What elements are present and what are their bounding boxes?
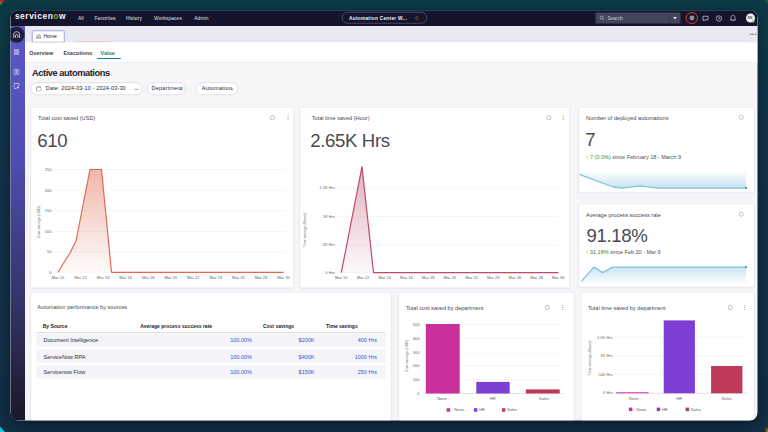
- svg-text:1K Hrs: 1K Hrs: [600, 353, 612, 358]
- svg-text:0 Hrs: 0 Hrs: [603, 390, 613, 395]
- svg-text:Mar 26: Mar 26: [509, 275, 522, 280]
- svg-text:1.5K Hrs: 1.5K Hrs: [597, 335, 613, 340]
- svg-text:0: 0: [49, 270, 52, 275]
- svg-text:HR: HR: [676, 396, 682, 401]
- svg-text:Mar 18: Mar 18: [422, 275, 435, 280]
- svg-text:Time savings (Hours): Time savings (Hours): [588, 341, 592, 376]
- svg-text:Mar 28: Mar 28: [255, 275, 268, 280]
- svg-text:Mar 18: Mar 18: [142, 275, 155, 280]
- svg-text:1.5K Hrs: 1.5K Hrs: [319, 185, 335, 190]
- svg-text:Mar 20: Mar 20: [164, 275, 177, 280]
- svg-text:50: 50: [47, 249, 52, 254]
- svg-text:Mar 14: Mar 14: [378, 275, 391, 280]
- svg-text:100: 100: [45, 229, 53, 234]
- svg-text:HR: HR: [490, 396, 496, 401]
- svg-text:Sales: Sales: [691, 407, 701, 412]
- svg-text:Sales: Sales: [539, 396, 549, 401]
- svg-text:- None -: - None -: [626, 396, 641, 401]
- svg-text:Mar 20: Mar 20: [443, 275, 456, 280]
- svg-text:HR: HR: [662, 407, 668, 412]
- svg-text:- None -: - None -: [435, 396, 450, 401]
- svg-text:300: 300: [413, 350, 421, 355]
- svg-text:Sales: Sales: [507, 407, 517, 412]
- svg-text:250: 250: [45, 167, 53, 172]
- svg-text:HR: HR: [479, 407, 485, 412]
- svg-text:.5K Hrs: .5K Hrs: [322, 242, 336, 247]
- svg-text:Mar 16: Mar 16: [119, 275, 132, 280]
- svg-text:Mar 28: Mar 28: [530, 275, 543, 280]
- svg-text:Mar 16: Mar 16: [400, 275, 413, 280]
- svg-text:Mar 26: Mar 26: [232, 275, 245, 280]
- svg-text:1K Hrs: 1K Hrs: [323, 214, 335, 219]
- svg-text:Cost savings (USD): Cost savings (USD): [405, 340, 409, 372]
- svg-text:Mar 24: Mar 24: [487, 275, 500, 280]
- svg-text:100: 100: [413, 377, 421, 382]
- svg-text:150: 150: [45, 208, 53, 213]
- svg-text:Mar 30: Mar 30: [552, 275, 565, 280]
- svg-text:Mar 10: Mar 10: [52, 275, 65, 280]
- svg-text:Mar 22: Mar 22: [187, 275, 200, 280]
- svg-text:Cost savings (USD): Cost savings (USD): [37, 206, 41, 238]
- svg-text:Mar 12: Mar 12: [357, 275, 370, 280]
- svg-text:500 Hrs: 500 Hrs: [599, 372, 613, 377]
- svg-text:200: 200: [413, 363, 421, 368]
- svg-text:Mar 12: Mar 12: [74, 275, 87, 280]
- svg-text:Sales: Sales: [722, 396, 732, 401]
- svg-text:Mar 30: Mar 30: [277, 275, 290, 280]
- svg-text:500: 500: [413, 322, 421, 327]
- svg-text:400: 400: [413, 336, 421, 341]
- svg-text:- None -: - None -: [452, 407, 467, 412]
- svg-text:Mar 24: Mar 24: [210, 275, 223, 280]
- svg-text:0: 0: [417, 391, 420, 396]
- svg-text:- None -: - None -: [634, 407, 649, 412]
- svg-text:200: 200: [45, 188, 53, 193]
- svg-text:Time savings (Hours): Time savings (Hours): [303, 213, 307, 248]
- svg-text:Mar 22: Mar 22: [465, 275, 478, 280]
- svg-text:Mar 14: Mar 14: [97, 275, 110, 280]
- svg-text:0 Hrs: 0 Hrs: [325, 270, 335, 275]
- svg-text:Mar 10: Mar 10: [335, 275, 348, 280]
